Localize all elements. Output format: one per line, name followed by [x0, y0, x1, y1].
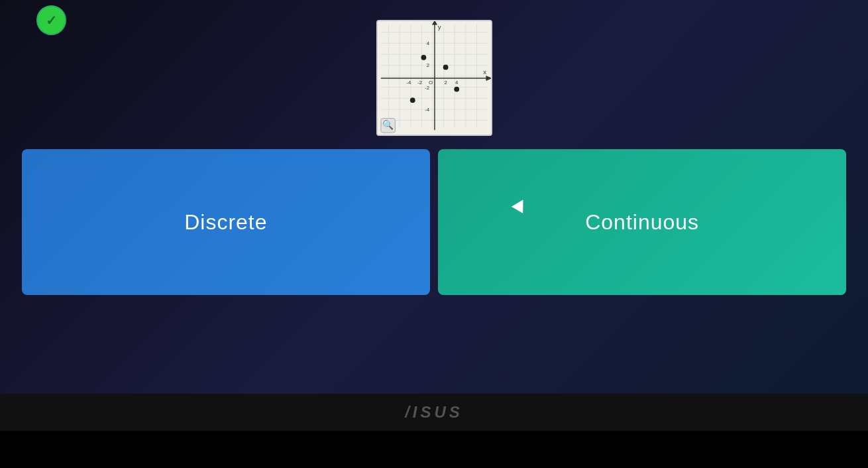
svg-text:4: 4 [455, 80, 459, 86]
svg-text:-4: -4 [425, 107, 430, 113]
svg-text:2: 2 [444, 80, 447, 86]
svg-text:y: y [437, 23, 441, 30]
point-4 [409, 97, 415, 103]
point-2 [443, 64, 448, 70]
continuous-button[interactable]: Continuous [438, 149, 846, 295]
status-indicator [36, 5, 66, 35]
svg-text:2: 2 [426, 62, 429, 68]
svg-text:x: x [483, 68, 486, 76]
graph-svg: x y O 2 4 -2 -4 2 4 -2 -4 [378, 21, 491, 135]
asus-logo: /ISUS [405, 403, 463, 422]
screen: x y O 2 4 -2 -4 2 4 -2 -4 [0, 0, 868, 431]
main-content: x y O 2 4 -2 -4 2 4 -2 -4 [0, 0, 868, 431]
svg-text:-2: -2 [425, 85, 429, 91]
choices-area: Discrete Continuous [22, 149, 847, 295]
svg-text:🔍: 🔍 [382, 119, 394, 131]
discrete-button[interactable]: Discrete [22, 149, 430, 295]
svg-text:-4: -4 [406, 80, 411, 86]
point-1 [421, 55, 426, 60]
coordinate-graph: x y O 2 4 -2 -4 2 4 -2 -4 [378, 21, 491, 135]
svg-text:-2: -2 [417, 80, 422, 86]
graph-image: x y O 2 4 -2 -4 2 4 -2 -4 [376, 20, 492, 136]
point-3 [454, 87, 459, 92]
svg-text:4: 4 [426, 40, 429, 46]
bezel-bottom: /ISUS [0, 394, 868, 431]
